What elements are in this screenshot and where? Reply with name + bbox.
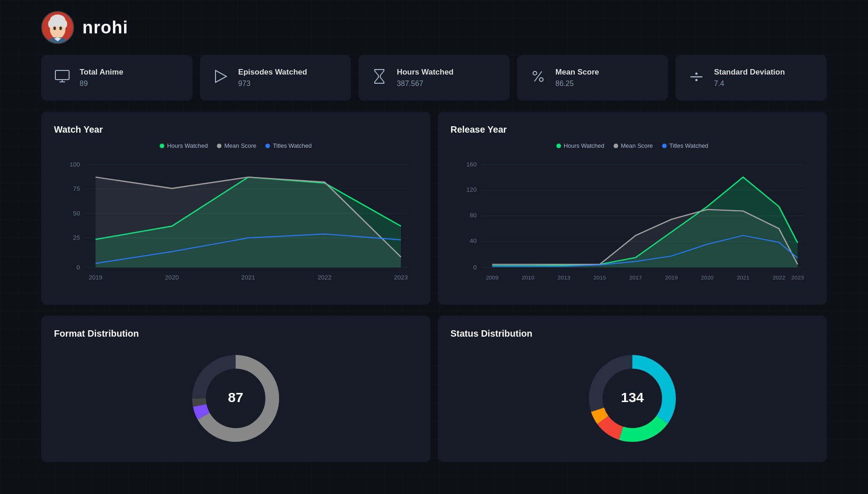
svg-text:2020: 2020 — [701, 275, 713, 281]
legend-dot-titles-2 — [662, 144, 667, 148]
svg-text:2023: 2023 — [394, 274, 408, 281]
legend-dot-mean-1 — [217, 144, 221, 148]
svg-point-5 — [54, 27, 56, 30]
svg-text:2019: 2019 — [665, 275, 678, 281]
svg-text:87: 87 — [228, 390, 243, 405]
svg-text:2019: 2019 — [89, 274, 102, 281]
svg-point-18 — [695, 79, 698, 81]
legend-label-mean-1: Mean Score — [224, 142, 256, 149]
stat-card-mean-score: Mean Score 86.25 — [517, 55, 669, 101]
legend-titles-2: Titles Watched — [662, 142, 708, 149]
release-year-title: Release Year — [451, 124, 814, 135]
status-donut-container: 134 — [451, 348, 814, 449]
release-year-chart: Release Year Hours Watched Mean Score Ti… — [438, 112, 827, 305]
svg-text:134: 134 — [621, 390, 644, 405]
svg-text:2010: 2010 — [522, 275, 534, 281]
legend-label-mean-2: Mean Score — [621, 142, 653, 149]
stats-row: Total Anime 89 Episodes Watched 973 Hour… — [0, 55, 868, 101]
header: nrohi — [0, 0, 868, 55]
svg-point-13 — [533, 71, 537, 75]
svg-point-3 — [48, 20, 53, 28]
svg-marker-10 — [216, 70, 226, 82]
percent-icon — [530, 70, 546, 86]
svg-text:2009: 2009 — [485, 275, 498, 281]
stat-info-mean-score: Mean Score 86.25 — [555, 68, 599, 88]
divide-icon — [688, 70, 705, 85]
total-anime-value: 89 — [80, 80, 123, 88]
watch-year-legend: Hours Watched Mean Score Titles Watched — [54, 142, 418, 149]
release-year-legend: Hours Watched Mean Score Titles Watched — [451, 142, 814, 149]
legend-label-hours-2: Hours Watched — [564, 142, 604, 149]
svg-marker-57 — [492, 209, 797, 267]
svg-text:120: 120 — [466, 187, 477, 193]
hours-value: 387.567 — [397, 80, 453, 88]
total-anime-label: Total Anime — [80, 68, 123, 77]
stat-info-std-dev: Standard Deviation 7.4 — [714, 68, 785, 88]
format-donut-container: 87 — [54, 348, 418, 449]
charts-row-2: Format Distribution 87 Status Distributi… — [0, 316, 868, 462]
svg-text:2023: 2023 — [791, 275, 804, 281]
svg-text:50: 50 — [73, 210, 80, 217]
format-distribution-card: Format Distribution 87 — [41, 316, 431, 462]
svg-text:160: 160 — [466, 161, 477, 168]
play-icon — [213, 70, 229, 86]
svg-text:2015: 2015 — [593, 275, 606, 281]
legend-mean-score-1: Mean Score — [217, 142, 256, 149]
legend-hours-watched-1: Hours Watched — [160, 142, 208, 149]
svg-text:80: 80 — [469, 212, 476, 219]
username: nrohi — [82, 18, 128, 38]
legend-mean-score-2: Mean Score — [614, 142, 653, 149]
stat-card-std-dev: Standard Deviation 7.4 — [675, 55, 827, 101]
mean-score-label: Mean Score — [555, 68, 599, 77]
legend-dot-hours-1 — [160, 144, 164, 148]
svg-text:0: 0 — [76, 264, 80, 271]
svg-point-16 — [695, 73, 698, 75]
monitor-icon — [54, 70, 70, 86]
svg-text:100: 100 — [70, 161, 80, 168]
charts-row-1: Watch Year Hours Watched Mean Score Titl… — [0, 112, 868, 305]
svg-marker-35 — [96, 177, 401, 267]
legend-label-titles-1: Titles Watched — [273, 142, 312, 149]
hourglass-icon — [371, 69, 388, 87]
svg-text:0: 0 — [473, 264, 477, 271]
watch-year-title: Watch Year — [54, 124, 418, 135]
legend-label-titles-2: Titles Watched — [669, 142, 708, 149]
svg-text:2013: 2013 — [557, 275, 570, 281]
svg-point-14 — [539, 78, 543, 81]
status-dist-title: Status Distribution — [451, 328, 814, 339]
legend-dot-hours-2 — [556, 144, 561, 148]
svg-line-15 — [534, 71, 542, 81]
svg-text:40: 40 — [469, 237, 476, 244]
stat-card-episodes: Episodes Watched 973 — [200, 55, 351, 101]
stat-card-total-anime: Total Anime 89 — [41, 55, 193, 101]
format-dist-title: Format Distribution — [54, 328, 418, 339]
stat-card-hours: Hours Watched 387.567 — [358, 55, 510, 101]
release-year-svg-container: 160 120 80 40 0 2009 2010 2013 2015 2017… — [451, 155, 814, 292]
status-distribution-card: Status Distribution 134 — [438, 316, 827, 462]
svg-text:2020: 2020 — [165, 274, 179, 281]
episodes-label: Episodes Watched — [238, 68, 307, 77]
legend-hours-watched-2: Hours Watched — [556, 142, 604, 149]
svg-text:2022: 2022 — [772, 275, 785, 281]
stat-info-total-anime: Total Anime 89 — [80, 68, 123, 88]
svg-rect-7 — [55, 70, 69, 80]
legend-label-hours-1: Hours Watched — [167, 142, 208, 149]
std-dev-value: 7.4 — [714, 80, 785, 88]
svg-text:2017: 2017 — [629, 275, 642, 281]
svg-text:2021: 2021 — [241, 274, 255, 281]
watch-year-svg-container: 100 75 50 25 0 2019 2020 2021 2022 2023 — [54, 155, 418, 292]
svg-text:25: 25 — [73, 235, 80, 242]
episodes-value: 973 — [238, 80, 307, 88]
avatar — [41, 11, 74, 44]
watch-year-chart: Watch Year Hours Watched Mean Score Titl… — [41, 112, 431, 305]
legend-dot-titles-1 — [265, 144, 270, 148]
svg-text:2021: 2021 — [737, 275, 749, 281]
stat-info-episodes: Episodes Watched 973 — [238, 68, 307, 88]
std-dev-label: Standard Deviation — [714, 68, 785, 77]
stat-info-hours: Hours Watched 387.567 — [397, 68, 453, 88]
mean-score-value: 86.25 — [555, 80, 599, 88]
legend-titles-1: Titles Watched — [265, 142, 312, 149]
hours-label: Hours Watched — [397, 68, 453, 77]
svg-point-6 — [59, 27, 62, 30]
svg-text:75: 75 — [73, 186, 80, 193]
